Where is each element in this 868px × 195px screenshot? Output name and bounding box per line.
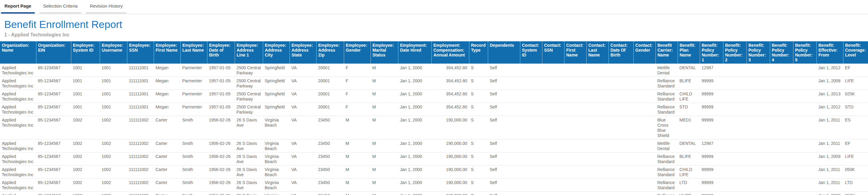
table-cell: Carter (154, 166, 180, 178)
table-cell: 111111002 (127, 166, 154, 178)
table-cell (723, 139, 746, 152)
table-cell: Jan 1, 2000 (398, 178, 431, 192)
table-cell (793, 139, 816, 152)
table-cell (520, 139, 542, 152)
page-subtitle: 1 - Applied Technologies Inc (4, 32, 868, 38)
table-cell: Applied Technologies Inc (0, 166, 36, 178)
table-cell (633, 64, 655, 77)
table-cell: Virginia Beach (263, 166, 289, 178)
column-header: Employee: Address Zip (316, 41, 344, 64)
table-cell: Self (488, 77, 520, 90)
table-cell: 1001 (100, 103, 127, 116)
table-cell: Springfield (263, 90, 289, 103)
table-cell: Springfield (263, 77, 289, 90)
table-cell: 26 S Davis Ave (235, 166, 263, 178)
column-header: Employee: Gender (344, 41, 371, 64)
table-header-row: Organization: NameOrganization: EINEmplo… (0, 41, 868, 64)
table-cell: Relliance Standard (655, 152, 678, 166)
tab-report-page[interactable]: Report Page (1, 0, 35, 14)
table-cell (564, 166, 586, 178)
table-cell: Jan 1, 2000 (398, 64, 431, 77)
table-cell: 190,000.00 (431, 166, 469, 178)
table-cell: 190,000.00 (431, 116, 469, 139)
table-cell: LTD (678, 178, 700, 192)
column-header: Dependents (488, 41, 520, 64)
table-cell (520, 103, 542, 116)
table-cell: Jan 1, 2011 (816, 139, 843, 152)
table-cell: Megan (154, 64, 180, 77)
table-cell: Smith (180, 139, 207, 152)
table-cell: S (469, 103, 488, 116)
table-cell: VA (289, 116, 316, 139)
table-cell: Jan 1, 2000 (398, 139, 431, 152)
table-cell: 12987 (700, 139, 723, 152)
table-cell: Jan 1, 2000 (398, 116, 431, 139)
tab-active-underline (1, 12, 35, 14)
table-cell (564, 116, 586, 139)
table-cell: 23450 (316, 139, 344, 152)
table-cell: 111111002 (127, 178, 154, 192)
table-cell: DENTAL (678, 64, 700, 77)
table-cell: 1002 (100, 166, 127, 178)
table-cell: Relliance Standard (655, 77, 678, 90)
tab-revision-history[interactable]: Revision History (86, 0, 127, 14)
table-cell: S (469, 178, 488, 192)
table-cell: 111111002 (127, 139, 154, 152)
table-cell: 025K (843, 90, 868, 103)
table-cell: Self (488, 192, 520, 195)
table-cell: Virginia Beach (263, 152, 289, 166)
table-cell (542, 77, 564, 90)
table-cell (723, 77, 746, 90)
table-cell: VLIFE (678, 192, 700, 195)
table-cell (723, 152, 746, 166)
table-cell: 354,452.80 (431, 77, 469, 90)
table-cell: Relliance Standard (655, 178, 678, 192)
table-cell (746, 64, 770, 77)
table-cell: 99999 (700, 192, 723, 195)
table-cell: 23450 (316, 166, 344, 178)
column-header: Employee: Date of Birth (207, 41, 235, 64)
table-cell: Jan 1, 2000 (398, 192, 431, 195)
table-cell: Self (488, 152, 520, 166)
table-row: Applied Technologies Inc85-1234567100110… (0, 103, 868, 116)
table-cell: M (371, 166, 398, 178)
table-cell: 26 S Davis Ave (235, 192, 263, 195)
table-cell: 1002 (100, 178, 127, 192)
table-cell (609, 139, 633, 152)
table-cell: M (371, 152, 398, 166)
table-cell: VA (289, 152, 316, 166)
table-cell: 23450 (316, 192, 344, 195)
table-cell: 354,452.80 (431, 64, 469, 77)
table-cell: 1002 (71, 116, 100, 139)
table-cell (586, 116, 609, 139)
table-cell: 85-1234567 (36, 166, 71, 178)
table-cell (586, 139, 609, 152)
table-cell (633, 116, 655, 139)
table-cell: Springfield (263, 103, 289, 116)
table-cell (633, 103, 655, 116)
table-cell: 2500 Central Parkway (235, 90, 263, 103)
table-cell: VA (289, 64, 316, 77)
table-cell: VA (289, 103, 316, 116)
table-cell: S (469, 116, 488, 139)
table-cell: 1001 (100, 77, 127, 90)
table-cell (746, 103, 770, 116)
table-cell (609, 77, 633, 90)
column-header: Benefit: Policy Number: 2 (723, 41, 746, 64)
table-cell: Self (488, 90, 520, 103)
table-body: Applied Technologies Inc85-1234567100110… (0, 64, 868, 195)
table-cell (609, 116, 633, 139)
table-cell: 99999 (700, 103, 723, 116)
column-header: Contact: Date Of Birth (609, 41, 633, 64)
table-cell: 1957-01-05 (207, 90, 235, 103)
table-cell: M (371, 103, 398, 116)
column-header: Employee: Address State (289, 41, 316, 64)
table-cell: 190,000.00 (431, 192, 469, 195)
table-cell: BLIFE (678, 77, 700, 90)
table-cell (723, 166, 746, 178)
tab-selection-criteria[interactable]: Selection Criteria (39, 0, 81, 14)
table-cell: Jan 1, 2000 (398, 77, 431, 90)
table-cell: STD (678, 103, 700, 116)
table-cell: M (344, 166, 371, 178)
table-cell: Relliance Standard (655, 90, 678, 103)
